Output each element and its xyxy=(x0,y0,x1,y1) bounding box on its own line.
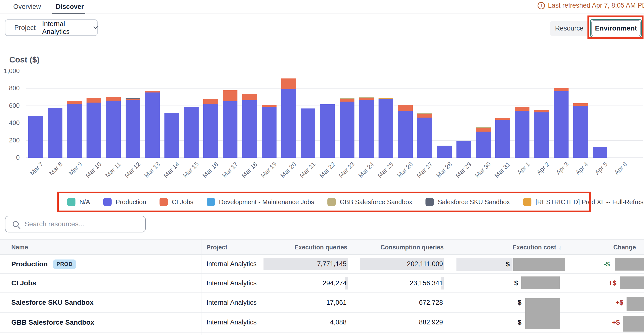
bar-segment[interactable] xyxy=(378,99,393,158)
bar-segment[interactable] xyxy=(554,91,568,158)
stacked-bar[interactable] xyxy=(476,127,490,158)
resource-name[interactable]: Salesforce SKU Sandbox xyxy=(11,298,94,306)
bar-segment[interactable] xyxy=(398,111,413,158)
stacked-bar[interactable] xyxy=(106,97,121,158)
bar-segment[interactable] xyxy=(48,108,62,158)
bar-segment[interactable] xyxy=(456,141,471,158)
legend-item[interactable]: Production xyxy=(103,198,146,206)
bar-segment[interactable] xyxy=(476,128,490,132)
bar-segment[interactable] xyxy=(281,89,296,158)
column-header-execution-queries[interactable]: Execution queries xyxy=(294,240,347,255)
bar-segment[interactable] xyxy=(281,79,296,89)
stacked-bar[interactable] xyxy=(437,146,452,158)
bar-segment[interactable] xyxy=(515,107,530,111)
stacked-bar[interactable] xyxy=(67,101,82,158)
legend-item[interactable]: CI Jobs xyxy=(160,198,194,206)
stacked-bar[interactable] xyxy=(378,98,393,158)
stacked-bar[interactable] xyxy=(262,105,276,158)
bar-segment[interactable] xyxy=(242,100,257,158)
bar-segment[interactable] xyxy=(67,101,82,104)
bar-segment[interactable] xyxy=(223,101,238,158)
bar-segment[interactable] xyxy=(417,114,432,118)
stacked-bar[interactable] xyxy=(28,116,43,158)
bar-segment[interactable] xyxy=(106,97,121,101)
bar-segment[interactable] xyxy=(28,116,43,158)
legend-item[interactable]: GBB Salesforce Sandbox xyxy=(328,198,412,206)
bar-segment[interactable] xyxy=(534,110,549,112)
bar-segment[interactable] xyxy=(184,107,198,158)
stacked-bar[interactable] xyxy=(223,90,238,158)
stacked-bar[interactable] xyxy=(573,103,588,158)
bar-segment[interactable] xyxy=(515,111,530,158)
bar-segment[interactable] xyxy=(593,147,608,158)
tab-overview[interactable]: Overview xyxy=(13,0,41,14)
stacked-bar[interactable] xyxy=(515,107,530,158)
bar-segment[interactable] xyxy=(417,118,432,158)
bar-segment[interactable] xyxy=(573,106,588,158)
stacked-bar[interactable] xyxy=(417,113,432,158)
bar-segment[interactable] xyxy=(320,104,335,158)
bar-segment[interactable] xyxy=(67,104,82,158)
stacked-bar[interactable] xyxy=(281,79,296,158)
stacked-bar[interactable] xyxy=(554,88,568,158)
stacked-bar[interactable] xyxy=(145,91,160,158)
stacked-bar[interactable] xyxy=(340,98,354,158)
legend-item[interactable]: Salesforce SKU Sandbox xyxy=(426,198,510,206)
bar-segment[interactable] xyxy=(262,107,276,158)
stacked-bar[interactable] xyxy=(495,118,510,158)
bar-segment[interactable] xyxy=(203,104,218,158)
bar-segment[interactable] xyxy=(164,113,179,158)
bar-segment[interactable] xyxy=(554,88,568,91)
stacked-bar[interactable] xyxy=(398,105,413,158)
resource-name[interactable]: Production xyxy=(11,260,48,268)
stacked-bar[interactable] xyxy=(242,94,257,158)
bar-segment[interactable] xyxy=(340,99,354,102)
bar-segment[interactable] xyxy=(223,90,238,101)
table-row[interactable]: Salesforce SKU Sandbox Internal Analytic… xyxy=(0,293,644,313)
stacked-bar[interactable] xyxy=(456,141,471,158)
stacked-bar[interactable] xyxy=(126,98,140,158)
bar-segment[interactable] xyxy=(126,100,140,158)
stacked-bar[interactable] xyxy=(203,99,218,158)
bar-segment[interactable] xyxy=(359,100,374,158)
stacked-bar[interactable] xyxy=(300,109,315,158)
bar-segment[interactable] xyxy=(495,120,510,158)
bar-segment[interactable] xyxy=(495,118,510,120)
stacked-bar[interactable] xyxy=(184,107,198,158)
bar-segment[interactable] xyxy=(476,132,490,158)
stacked-bar[interactable] xyxy=(48,108,62,158)
legend-item[interactable]: N/A xyxy=(67,198,90,206)
table-row[interactable]: Production PROD Internal Analytics 7,771… xyxy=(0,255,644,274)
group-by-resource-button[interactable]: Resource xyxy=(550,21,588,36)
legend-item[interactable]: [RESTRICTED] Prod XL -- Full-Refresh job… xyxy=(523,198,644,206)
group-by-environment-button[interactable]: Environment xyxy=(590,19,642,38)
bar-segment[interactable] xyxy=(300,109,315,158)
bar-segment[interactable] xyxy=(534,112,549,158)
bar-segment[interactable] xyxy=(86,98,101,103)
bar-segment[interactable] xyxy=(359,98,374,100)
bar-segment[interactable] xyxy=(86,103,101,158)
column-header-name[interactable]: Name xyxy=(11,240,28,255)
stacked-bar[interactable] xyxy=(359,97,374,158)
stacked-bar[interactable] xyxy=(164,113,179,158)
column-header-project[interactable]: Project xyxy=(206,240,227,255)
bar-segment[interactable] xyxy=(145,91,160,93)
table-row[interactable]: CI Jobs Internal Analytics 294,274 23,15… xyxy=(0,274,644,293)
bar-segment[interactable] xyxy=(242,94,257,100)
search-resources-input[interactable]: Search resources... xyxy=(5,216,146,232)
resource-name[interactable]: GBB Salesforce Sandbox xyxy=(11,318,94,326)
project-filter-dropdown[interactable]: Project Internal Analytics xyxy=(5,20,98,36)
bar-segment[interactable] xyxy=(106,101,121,158)
column-header-execution-cost[interactable]: Execution cost↓ xyxy=(512,240,562,255)
column-header-consumption-queries[interactable]: Consumption queries xyxy=(380,240,444,255)
bar-segment[interactable] xyxy=(203,99,218,104)
bar-segment[interactable] xyxy=(437,146,452,158)
tab-discover[interactable]: Discover xyxy=(56,0,84,14)
legend-item[interactable]: Development - Maintenance Jobs xyxy=(207,198,314,206)
bar-segment[interactable] xyxy=(340,102,354,158)
resource-name[interactable]: CI Jobs xyxy=(11,279,36,287)
stacked-bar[interactable] xyxy=(534,110,549,158)
column-header-change[interactable]: Change xyxy=(613,240,636,255)
stacked-bar[interactable] xyxy=(320,104,335,158)
stacked-bar[interactable] xyxy=(593,147,608,158)
